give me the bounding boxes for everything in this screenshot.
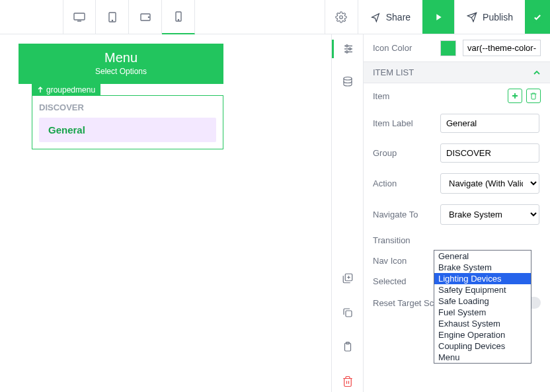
action-select[interactable]: Navigate (With Validation) [440,173,539,194]
rail-settings-button[interactable] [332,40,363,58]
rail-paste-button[interactable] [337,336,358,358]
share-icon [370,12,381,22]
svg-point-15 [344,77,352,81]
share-button[interactable]: Share [358,0,422,34]
dropdown-option[interactable]: Safety Equipment [434,284,531,295]
canvas-area: Menu Select Options groupedmenu DISCOVER… [0,34,331,392]
svg-point-12 [346,45,348,47]
tablet-portrait-icon [108,12,116,22]
svg-point-2 [112,20,112,20]
add-copy-icon [342,272,354,284]
top-right-actions: Share Publish [325,0,550,34]
top-toolbar: Share Publish [0,0,550,34]
item-label: Item [373,91,434,101]
play-icon [433,12,444,22]
navigate-field-label: Navigate To [373,210,434,219]
clipboard-icon [342,341,354,353]
item-label-row: Item Label [364,108,550,138]
trash-icon [530,92,537,100]
publish-button[interactable]: Publish [454,0,525,34]
play-button[interactable] [422,0,454,34]
sliders-icon [342,43,354,55]
share-label: Share [386,12,411,22]
svg-rect-17 [346,311,352,317]
widget-tag-label: groupedmenu [46,85,95,95]
status-check-button[interactable] [525,0,550,34]
device-tablet-portrait-button[interactable] [96,0,129,34]
menu-subtitle: Select Options [19,67,223,76]
icon-color-label: Icon Color [373,43,434,53]
item-label-field-label: Item Label [373,118,434,128]
dropdown-option[interactable]: Fuel System [434,307,531,318]
dropdown-option[interactable]: Engine Operation [434,329,531,340]
desktop-icon [73,13,85,22]
menu-header: Menu Select Options [19,44,223,84]
arrow-up-icon [37,87,44,93]
navigate-select[interactable]: Brake System [440,204,539,225]
action-row: Action Navigate (With Validation) [364,168,550,199]
delete-item-button[interactable] [526,89,541,103]
svg-rect-0 [74,13,85,20]
rail-copy-button[interactable] [337,302,358,323]
group-item[interactable]: General [39,118,216,142]
properties-panel: Icon Color ITEM LIST Item Item Label [363,34,550,392]
color-swatch[interactable] [440,40,456,56]
publish-icon [467,12,477,22]
preview-frame: Menu Select Options groupedmenu DISCOVER… [19,44,223,149]
item-list-section-header[interactable]: ITEM LIST [364,61,550,83]
device-tablet-landscape-button[interactable] [129,0,162,34]
plus-icon [511,92,519,100]
transition-row: Transition [364,230,550,251]
check-icon [531,11,544,24]
navigate-dropdown-list[interactable]: GeneralBrake SystemLighting DevicesSafet… [434,250,531,364]
dropdown-option[interactable]: Safe Loading [434,295,531,307]
rail-data-button[interactable] [337,71,358,93]
device-desktop-button[interactable] [63,0,96,34]
device-switcher [63,0,195,34]
dropdown-option[interactable]: Coupling Devices [434,340,531,352]
icon-color-row: Icon Color [364,34,550,61]
group-label: DISCOVER [32,100,223,115]
copy-icon [342,307,354,319]
rail-add-button[interactable] [337,268,358,289]
dropdown-option[interactable]: General [434,251,531,262]
chevron-up-icon [533,69,541,77]
grouped-menu-widget[interactable]: DISCOVER General [32,95,223,149]
mobile-icon [175,11,182,22]
add-item-button[interactable] [508,89,522,103]
dropdown-option[interactable]: Menu [434,352,531,363]
svg-point-7 [340,15,343,19]
menu-title: Menu [19,50,223,65]
widget-tag[interactable]: groupedmenu [32,84,100,96]
selected-field-label: Selected [373,276,434,286]
item-label-input[interactable] [440,114,539,133]
navicon-field-label: Nav Icon [373,256,434,266]
sidebar-rail [331,34,363,392]
group-input[interactable] [440,143,539,163]
navigate-row: Navigate To Brake System [364,199,550,230]
svg-point-4 [148,17,149,17]
section-title: ITEM LIST [373,67,414,77]
device-mobile-button[interactable] [162,0,195,34]
transition-field-label: Transition [373,235,434,245]
trash-icon [342,375,354,387]
group-field-label: Group [373,148,434,158]
dropdown-option[interactable]: Brake System [434,262,531,273]
group-row: Group [364,138,550,168]
action-field-label: Action [373,178,434,188]
gear-icon [335,11,347,23]
item-row: Item [364,83,550,108]
svg-point-14 [346,51,348,53]
dropdown-option[interactable]: Lighting Devices [434,273,531,284]
svg-point-13 [349,48,351,50]
icon-color-input[interactable] [463,40,541,56]
settings-button[interactable] [325,0,358,34]
rail-delete-button[interactable] [337,371,358,392]
database-icon [342,76,354,88]
dropdown-option[interactable]: Exhaust System [434,318,531,329]
tablet-landscape-icon [140,13,151,21]
svg-point-6 [178,19,178,20]
publish-label: Publish [483,12,513,22]
